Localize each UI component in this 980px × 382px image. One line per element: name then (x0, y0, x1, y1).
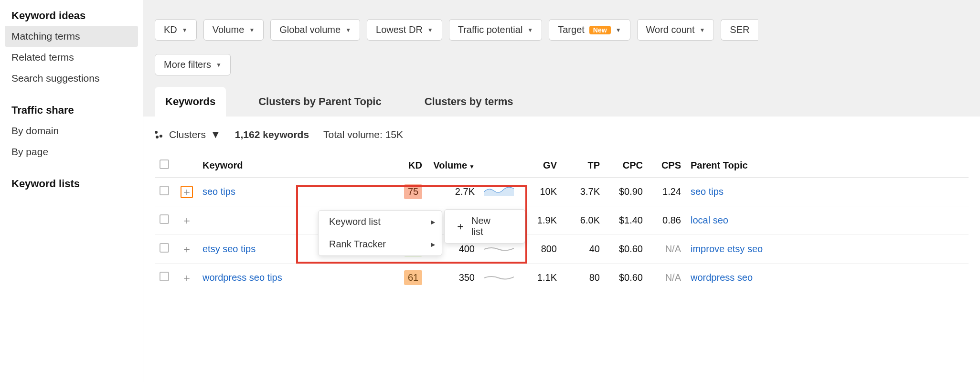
ctx-item-keyword-list-label: Keyword list (329, 216, 381, 227)
volume-cell: 2.7K (427, 178, 479, 206)
filter-more-filters-label: More filters (164, 59, 211, 70)
side-heading-keyword-ideas: Keyword ideas (0, 6, 143, 26)
kd-badge: 61 (404, 270, 422, 285)
row-checkbox[interactable] (160, 186, 169, 195)
table-row: ＋seo tips752.7K10K3.7K$0.901.24seo tips (155, 178, 969, 206)
sidebar-item-matching-terms[interactable]: Matching terms (5, 26, 138, 47)
col-checkbox-header[interactable] (155, 154, 176, 178)
caret-down-icon: ▼ (527, 27, 533, 33)
expand-row-button[interactable]: ＋ (181, 186, 193, 198)
filters-bar: KD ▼ Volume ▼ Global volume ▼ Lowest DR … (143, 0, 980, 87)
sidebar: Keyword ideas Matching terms Related ter… (0, 0, 143, 382)
col-kd[interactable]: KD (398, 154, 427, 178)
col-volume-label: Volume (433, 160, 467, 170)
keyword-link[interactable]: etsy seo tips (202, 244, 256, 254)
row-checkbox[interactable] (160, 243, 169, 253)
keyword-link[interactable]: wordpress seo tips (202, 272, 282, 283)
row-checkbox[interactable] (160, 272, 169, 281)
tab-clusters-parent-topic[interactable]: Clusters by Parent Topic (248, 87, 392, 117)
keyword-link[interactable]: seo tips (202, 186, 235, 197)
filter-volume[interactable]: Volume ▼ (203, 19, 264, 41)
cpc-cell: $1.40 (605, 206, 648, 235)
filter-ser[interactable]: SER (721, 19, 758, 41)
side-group-keyword-ideas: Keyword ideas Matching terms Related ter… (0, 6, 143, 89)
tp-cell: 80 (562, 264, 605, 292)
filter-lowest-dr-label: Lowest DR (376, 24, 423, 35)
ctx-item-rank-tracker-label: Rank Tracker (329, 239, 386, 250)
caret-down-icon: ▼ (249, 27, 255, 33)
sidebar-item-by-page[interactable]: By page (0, 141, 143, 162)
gv-cell: 10K (519, 178, 562, 206)
clusters-icon (155, 130, 164, 139)
volume-cell: 350 (427, 264, 479, 292)
col-gv[interactable]: GV (519, 154, 562, 178)
cps-cell: N/A (648, 264, 686, 292)
tab-keywords[interactable]: Keywords (155, 87, 226, 117)
parent-topic-link[interactable]: local seo (691, 215, 728, 225)
ctx-item-keyword-list[interactable]: Keyword list ▶ (319, 211, 442, 233)
sparkline (479, 178, 519, 206)
col-cpc[interactable]: CPC (605, 154, 648, 178)
caret-down-icon: ▼ (182, 27, 188, 33)
cps-cell: 1.24 (648, 178, 686, 206)
filter-lowest-dr[interactable]: Lowest DR ▼ (367, 19, 442, 41)
kd-badge: 75 (404, 184, 422, 199)
clusters-toggle[interactable]: Clusters ▼ (155, 129, 221, 140)
parent-topic-link[interactable]: seo tips (691, 186, 724, 197)
badge-new: New (589, 26, 611, 34)
expand-row-button[interactable]: ＋ (181, 214, 193, 227)
context-menu: Keyword list ▶ Rank Tracker ▶ (318, 210, 442, 256)
filter-volume-label: Volume (213, 24, 245, 35)
filter-target[interactable]: Target New ▼ (549, 19, 630, 41)
filter-more-filters[interactable]: More filters ▼ (155, 54, 231, 75)
filter-kd[interactable]: KD ▼ (155, 19, 197, 41)
side-heading-traffic-share: Traffic share (0, 100, 143, 120)
col-volume[interactable]: Volume▼ (427, 154, 479, 178)
filter-global-volume[interactable]: Global volume ▼ (270, 19, 360, 41)
filter-ser-label: SER (730, 24, 749, 35)
filter-traffic-potential-label: Traffic potential (458, 24, 523, 35)
plus-icon: ＋ (455, 219, 466, 233)
col-keyword[interactable]: Keyword (198, 154, 398, 178)
caret-down-icon: ▼ (427, 27, 433, 33)
caret-down-icon: ▼ (216, 62, 222, 68)
keyword-count: 1,162 keywords (235, 129, 309, 140)
cpc-cell: $0.60 (605, 235, 648, 264)
col-parent-topic[interactable]: Parent Topic (686, 154, 969, 178)
cpc-cell: $0.60 (605, 264, 648, 292)
filter-traffic-potential[interactable]: Traffic potential ▼ (449, 19, 543, 41)
table-row: ＋etsy seo tips2040080040$0.60N/Aimprove … (155, 235, 969, 264)
cpc-cell: $0.90 (605, 178, 648, 206)
ctx-item-rank-tracker[interactable]: Rank Tracker ▶ (319, 233, 442, 255)
cps-cell: 0.86 (648, 206, 686, 235)
sidebar-item-related-terms[interactable]: Related terms (0, 47, 143, 68)
filter-word-count[interactable]: Word count ▼ (637, 19, 714, 41)
main: KD ▼ Volume ▼ Global volume ▼ Lowest DR … (143, 0, 980, 382)
row-checkbox[interactable] (160, 214, 169, 224)
gv-cell: 1.1K (519, 264, 562, 292)
chevron-right-icon: ▶ (431, 241, 435, 248)
side-group-keyword-lists: Keyword lists (0, 174, 143, 194)
caret-down-icon: ▼ (616, 27, 621, 33)
expand-row-button[interactable]: ＋ (181, 243, 193, 255)
sidebar-item-search-suggestions[interactable]: Search suggestions (0, 68, 143, 89)
tp-cell: 3.7K (562, 178, 605, 206)
tab-clusters-terms[interactable]: Clusters by terms (414, 87, 524, 117)
summary-row: Clusters ▼ 1,162 keywords Total volume: … (155, 129, 969, 140)
table-row: ＋776001.9K6.0K$1.400.86local seo (155, 206, 969, 235)
clusters-label: Clusters (169, 129, 206, 140)
tp-cell: 6.0K (562, 206, 605, 235)
filter-kd-label: KD (164, 24, 177, 35)
expand-row-button[interactable]: ＋ (181, 272, 193, 284)
sparkline (479, 264, 519, 292)
parent-topic-link[interactable]: wordpress seo (691, 272, 753, 283)
ctx-sub-new-list-label: New list (471, 215, 503, 237)
col-tp[interactable]: TP (562, 154, 605, 178)
content-area: Clusters ▼ 1,162 keywords Total volume: … (143, 117, 980, 382)
sidebar-item-by-domain[interactable]: By domain (0, 120, 143, 141)
col-cps[interactable]: CPS (648, 154, 686, 178)
ctx-sub-new-list[interactable]: ＋ New list (445, 210, 525, 243)
side-heading-keyword-lists: Keyword lists (0, 174, 143, 194)
table-row: ＋wordpress seo tips613501.1K80$0.60N/Awo… (155, 264, 969, 292)
parent-topic-link[interactable]: improve etsy seo (691, 244, 763, 254)
